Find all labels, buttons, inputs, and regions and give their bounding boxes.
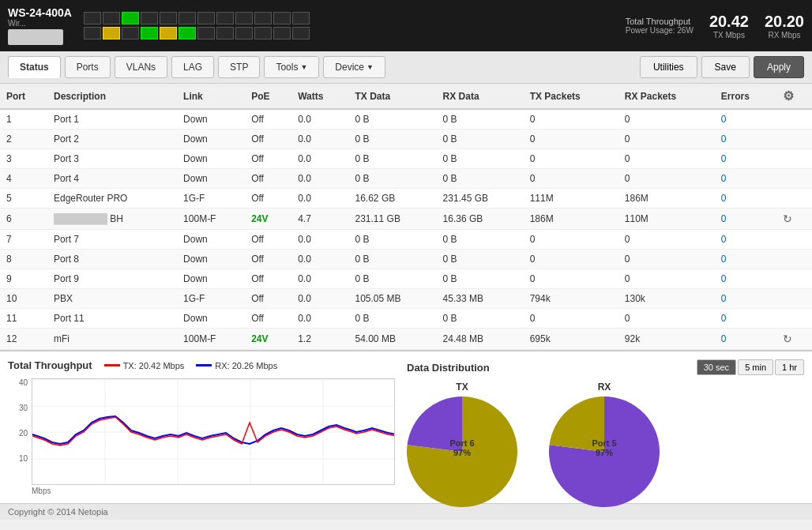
- cell-poe: Off: [245, 289, 291, 309]
- cell-tx: 231.11 GB: [349, 209, 437, 230]
- tx-value: 20.42: [709, 13, 749, 31]
- throughput-chart: Total Throughput TX: 20.42 Mbps RX: 20.2…: [8, 359, 395, 495]
- cell-errors: 0: [715, 149, 776, 169]
- port-box: [273, 12, 291, 24]
- port-box: [122, 27, 139, 39]
- cell-actions: [776, 250, 812, 269]
- cell-poe: Off: [245, 149, 291, 169]
- throughput-panel: Total Throughput Power Usage: 26W 20.42 …: [626, 13, 804, 39]
- cell-actions: [776, 149, 812, 169]
- pie-charts: TX Port 697% RX: [407, 382, 804, 457]
- cell-poe: Off: [245, 189, 291, 209]
- poe-value: Off: [251, 133, 264, 145]
- save-button[interactable]: Save: [701, 56, 750, 78]
- cell-watts: 0.0: [291, 109, 348, 130]
- cell-rx: 16.36 GB: [437, 209, 524, 230]
- errors-link[interactable]: 0: [721, 234, 727, 245]
- apply-button[interactable]: Apply: [754, 56, 804, 78]
- cell-actions: [776, 309, 812, 329]
- toolbar-actions: Utilities Save Apply: [640, 56, 804, 78]
- legend-rx-label: RX: 20.26 Mbps: [215, 361, 277, 370]
- port-box: [235, 12, 253, 24]
- errors-link[interactable]: 0: [721, 293, 727, 304]
- errors-link[interactable]: 0: [721, 273, 727, 284]
- cell-watts: 0.0: [291, 230, 348, 250]
- cell-port: 10: [0, 289, 47, 309]
- time-btn-5min[interactable]: 5 min: [738, 359, 773, 375]
- cell-watts: 0.0: [291, 250, 348, 269]
- col-description: Description: [47, 84, 177, 109]
- rx-dominant-label: Port 597%: [592, 438, 616, 457]
- errors-link[interactable]: 0: [721, 313, 727, 324]
- cell-port: 2: [0, 130, 47, 149]
- cell-tx: 0 B: [349, 169, 437, 189]
- cell-port: 12: [0, 329, 47, 350]
- refresh-icon[interactable]: ↻: [783, 333, 792, 345]
- cell-actions: [776, 169, 812, 189]
- tab-stp[interactable]: STP: [218, 56, 260, 78]
- poe-value: Off: [251, 114, 264, 125]
- cell-rxp: 0: [618, 109, 715, 130]
- poe-value: Off: [251, 313, 264, 324]
- errors-link[interactable]: 0: [721, 133, 727, 145]
- cell-desc: Port 11: [47, 309, 177, 329]
- utilities-button[interactable]: Utilities: [640, 56, 697, 78]
- cell-desc: Port 1: [47, 109, 177, 130]
- tab-status[interactable]: Status: [8, 56, 61, 78]
- cell-watts: 0.0: [291, 169, 348, 189]
- cell-rx: 0 B: [437, 250, 524, 269]
- poe-value: Off: [251, 273, 264, 284]
- port-row-bottom: [84, 27, 310, 39]
- cell-link: Down: [177, 250, 245, 269]
- tab-lag[interactable]: LAG: [171, 56, 214, 78]
- cell-poe: Off: [245, 169, 291, 189]
- refresh-icon[interactable]: ↻: [783, 212, 792, 225]
- cell-link: Down: [177, 230, 245, 250]
- cell-errors: 0: [715, 169, 776, 189]
- cell-actions: ↻: [776, 209, 812, 230]
- cell-txp: 0: [524, 169, 618, 189]
- col-tx-packets: TX Packets: [524, 84, 618, 109]
- cell-watts: 0.0: [291, 189, 348, 209]
- tab-tools[interactable]: Tools ▼: [264, 56, 319, 78]
- errors-link[interactable]: 0: [721, 213, 727, 224]
- tab-ports[interactable]: Ports: [65, 56, 111, 78]
- tab-vlans[interactable]: VLANs: [115, 56, 167, 78]
- errors-link[interactable]: 0: [721, 173, 727, 184]
- port-box: [292, 12, 310, 24]
- poe-value: Off: [251, 193, 264, 204]
- tx-line: [32, 417, 395, 445]
- cell-errors: 0: [715, 309, 776, 329]
- cell-port: 11: [0, 309, 47, 329]
- cell-errors: 0: [715, 230, 776, 250]
- cell-port: 9: [0, 269, 47, 289]
- col-port: Port: [0, 84, 47, 109]
- poe-value: Off: [251, 173, 264, 184]
- errors-link[interactable]: 0: [721, 193, 727, 204]
- chart-title: Total Throughput: [8, 359, 92, 371]
- time-btn-30sec[interactable]: 30 sec: [697, 359, 736, 375]
- cell-rxp: 0: [618, 130, 715, 149]
- port-box: [84, 12, 101, 24]
- dist-header: Data Distribution 30 sec 5 min 1 hr: [407, 359, 804, 375]
- time-buttons: 30 sec 5 min 1 hr: [697, 359, 804, 375]
- errors-link[interactable]: 0: [721, 153, 727, 164]
- errors-link[interactable]: 0: [721, 333, 727, 344]
- cell-txp: 0: [524, 109, 618, 130]
- legend-rx: RX: 20.26 Mbps: [196, 361, 277, 370]
- throughput-text: Total Throughput Power Usage: 26W: [626, 17, 694, 35]
- cell-rx: 24.48 MB: [437, 329, 524, 350]
- device-name: WS-24-400A: [8, 6, 72, 19]
- cell-link: Down: [177, 149, 245, 169]
- port-box: [141, 12, 158, 24]
- cell-txp: 0: [524, 149, 618, 169]
- time-btn-1hr[interactable]: 1 hr: [775, 359, 804, 375]
- errors-link[interactable]: 0: [721, 114, 727, 125]
- cell-tx: 16.62 GB: [349, 189, 437, 209]
- tab-device[interactable]: Device ▼: [323, 56, 385, 78]
- legend-tx: TX: 20.42 Mbps: [104, 361, 185, 370]
- errors-link[interactable]: 0: [721, 254, 727, 265]
- cell-rx: 0 B: [437, 269, 524, 289]
- port-box: [160, 12, 177, 24]
- cell-poe: 24V: [245, 329, 291, 350]
